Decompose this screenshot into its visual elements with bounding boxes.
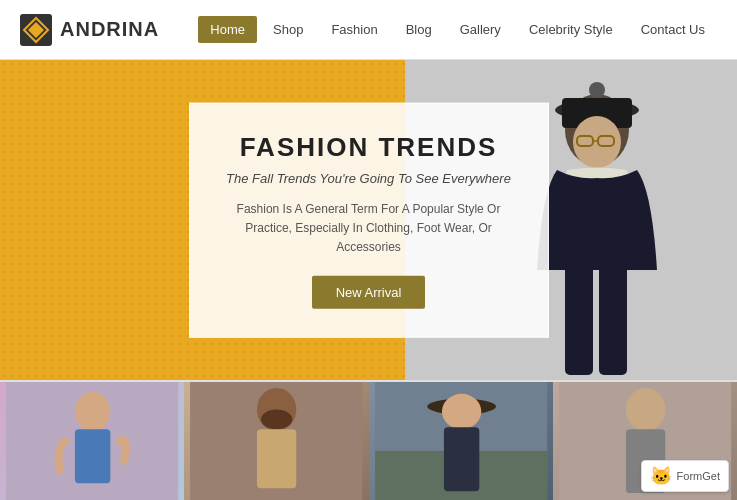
nav-fashion[interactable]: Fashion <box>319 16 389 43</box>
thumbnail-2[interactable] <box>184 382 368 500</box>
nav-gallery[interactable]: Gallery <box>448 16 513 43</box>
nav-contact-us[interactable]: Contact Us <box>629 16 717 43</box>
nav-shop[interactable]: Shop <box>261 16 315 43</box>
svg-point-27 <box>626 388 665 431</box>
svg-rect-16 <box>75 429 110 483</box>
hero-section: FASHION TRENDS The Fall Trends You're Go… <box>0 60 737 380</box>
thumbnail-1[interactable] <box>0 382 184 500</box>
thumbnail-row: 🐱 FormGet <box>0 380 737 500</box>
hero-description: Fashion Is A General Term For A Popular … <box>222 200 516 258</box>
logo-text: ANDRINA <box>60 18 159 41</box>
svg-rect-13 <box>599 265 627 375</box>
svg-rect-25 <box>443 427 478 491</box>
main-nav: Home Shop Fashion Blog Gallery Celebrity… <box>198 16 717 43</box>
formget-badge: 🐱 FormGet <box>641 460 729 492</box>
svg-rect-20 <box>257 429 296 488</box>
nav-home[interactable]: Home <box>198 16 257 43</box>
svg-point-24 <box>441 394 480 429</box>
hero-content-box: FASHION TRENDS The Fall Trends You're Go… <box>189 103 549 338</box>
svg-rect-12 <box>565 265 593 375</box>
thumbnail-3[interactable] <box>369 382 553 500</box>
svg-point-19 <box>261 410 292 430</box>
svg-point-7 <box>589 82 605 98</box>
logo-icon <box>20 14 52 46</box>
header: ANDRINA Home Shop Fashion Blog Gallery C… <box>0 0 737 60</box>
formget-label: FormGet <box>677 470 720 482</box>
hero-subtitle: The Fall Trends You're Going To See Ever… <box>222 171 516 186</box>
svg-point-15 <box>75 392 110 431</box>
logo: ANDRINA <box>20 14 159 46</box>
hero-title: FASHION TRENDS <box>222 132 516 163</box>
formget-icon: 🐱 <box>650 465 672 487</box>
new-arrival-button[interactable]: New Arrival <box>312 275 426 308</box>
nav-celebrity-style[interactable]: Celebrity Style <box>517 16 625 43</box>
nav-blog[interactable]: Blog <box>394 16 444 43</box>
